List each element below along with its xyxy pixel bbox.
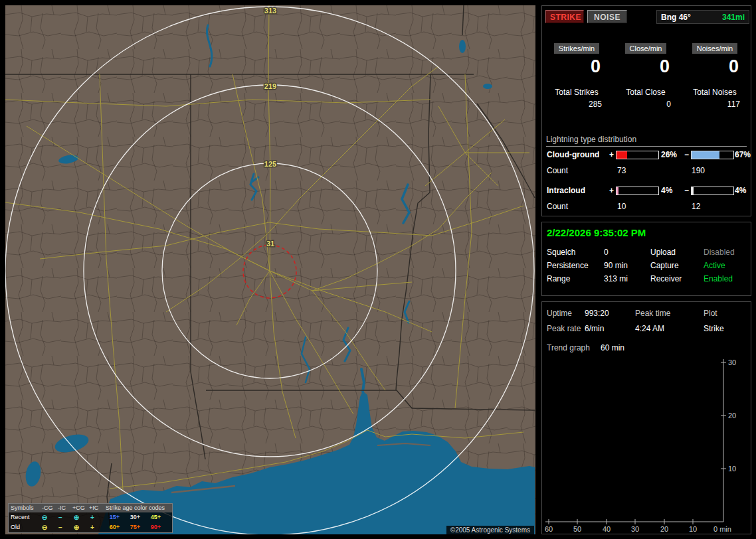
cg-negative-count: 190 — [692, 166, 705, 175]
total-noises-label: Total Noises — [680, 88, 749, 97]
neg-cg-old-icon: ⊖ — [39, 522, 50, 532]
plus-sign: + — [609, 186, 614, 195]
legend-row-recent: Recent ⊖ − ⊕ + 15+ 30+ 45+ — [9, 512, 172, 522]
capture-label: Capture — [650, 261, 679, 270]
strikes-per-min-value: 0 — [542, 56, 611, 77]
cg-positive-bar — [616, 151, 659, 159]
distribution-title: Lightning type distribution — [546, 135, 747, 147]
bearing-distance: 341mi — [722, 13, 745, 22]
stats-row-1: Uptime 993:20 Peak time Plot — [542, 309, 751, 319]
stats-row-2: Peak rate 6/min 4:24 AM Strike — [542, 324, 751, 335]
intracloud-row: Intracloud + 4% − 4% — [542, 186, 751, 195]
legend-old-label: Old — [11, 522, 20, 532]
ic-positive-pct: 4% — [661, 186, 672, 195]
peak-rate-value: 6/min — [585, 324, 604, 333]
trend-graph-window: 60 min — [601, 343, 624, 352]
cg-positive-pct: 26% — [661, 150, 677, 159]
ic-positive-bar — [616, 187, 659, 195]
status-row-persistence: Persistence 90 min Capture Active — [542, 261, 751, 271]
age-60: 60+ — [106, 522, 124, 532]
total-strikes-label: Total Strikes — [542, 88, 611, 97]
pos-cg-recent-icon: ⊕ — [70, 512, 82, 522]
pos-cg-old-icon: ⊕ — [70, 522, 82, 532]
minus-sign: − — [684, 186, 689, 195]
persistence-label: Persistence — [547, 261, 589, 270]
ic-negative-count: 12 — [692, 202, 700, 211]
map-legend: Symbols -CG -IC +CG +IC Strike age color… — [8, 503, 173, 533]
cloud-ground-label: Cloud-ground — [547, 150, 599, 159]
noises-per-min-label-wrap: Noises/min — [680, 43, 749, 54]
x-tick-10: 10 — [685, 525, 701, 533]
x-tick-40: 40 — [599, 525, 614, 533]
range-label: Range — [547, 274, 570, 283]
receiver-value: Enabled — [704, 274, 733, 283]
age-75: 75+ — [126, 522, 144, 532]
trend-graph-label: Trend graph — [547, 343, 590, 352]
map-canvas: 313 219 125 31 — [5, 5, 535, 534]
plot-value: Strike — [704, 324, 724, 333]
bearing-display: Bng 46° 341mi — [656, 10, 749, 24]
cg-negative-pct: 67% — [735, 150, 751, 159]
peak-time-label: Peak time — [635, 309, 670, 318]
legend-age-header: Strike age color codes — [106, 504, 165, 512]
trend-axes — [545, 359, 723, 522]
squelch-value: 0 — [604, 248, 609, 257]
counters-panel: STRIKE NOISE Bng 46° 341mi Strikes/min C… — [541, 5, 751, 216]
nexstorm-window: { "map": { "ring_labels": ["313", "219",… — [0, 0, 756, 539]
close-per-min-value: 0 — [611, 56, 680, 77]
pos-ic-old-icon: + — [86, 522, 98, 532]
ring-label-313: 313 — [264, 7, 276, 15]
ring-label-125: 125 — [264, 160, 276, 168]
total-strikes-value: 285 — [542, 100, 611, 109]
capture-value: Active — [704, 261, 725, 270]
lightning-map[interactable]: 313 219 125 31 Symbols -CG -IC +CG +IC S… — [5, 5, 535, 534]
cg-positive-count: 73 — [617, 166, 626, 175]
peak-time-value: 4:24 AM — [635, 324, 664, 333]
strikes-per-min-label: Strikes/min — [554, 43, 599, 54]
intracloud-count-row: Count 10 12 — [542, 202, 751, 211]
age-45: 45+ — [147, 512, 165, 522]
bearing-label: Bng 46° — [661, 13, 691, 22]
close-per-min-label-wrap: Close/min — [611, 43, 680, 54]
status-row-range: Range 313 mi Receiver Enabled — [542, 274, 751, 285]
pos-ic-recent-icon: + — [86, 512, 98, 522]
squelch-label: Squelch — [547, 248, 575, 257]
persistence-value: 90 min — [604, 261, 628, 270]
total-close-label: Total Close — [611, 88, 680, 97]
y-tick-10: 10 — [728, 465, 736, 473]
trend-graph-row: Trend graph 60 min — [542, 343, 751, 354]
range-value: 313 mi — [604, 274, 628, 283]
noise-button[interactable]: NOISE — [587, 10, 627, 23]
y-tick-30: 30 — [728, 358, 736, 366]
x-tick-60: 60 — [541, 525, 557, 533]
ic-negative-bar — [691, 187, 734, 195]
x-tick-30: 30 — [627, 525, 643, 533]
noises-per-min-value: 0 — [680, 56, 749, 77]
uptime-label: Uptime — [547, 309, 572, 318]
x-tick-50: 50 — [569, 525, 585, 533]
ring-label-219: 219 — [264, 82, 276, 90]
upload-value: Disabled — [704, 248, 735, 257]
legend-col-pos-cg: +CG — [72, 504, 85, 512]
count-label: Count — [547, 202, 568, 211]
cg-negative-bar — [691, 151, 734, 159]
legend-recent-label: Recent — [11, 512, 30, 522]
receiver-label: Receiver — [650, 274, 682, 283]
strike-button[interactable]: STRIKE — [545, 10, 584, 23]
neg-ic-recent-icon: − — [54, 512, 66, 522]
legend-col-pos-ic: +IC — [89, 504, 98, 512]
noises-per-min-label: Noises/min — [692, 43, 737, 54]
age-30: 30+ — [126, 512, 144, 522]
cloud-ground-row: Cloud-ground + 26% − 67% — [542, 150, 751, 159]
intracloud-label: Intracloud — [547, 186, 585, 195]
x-tick-0-min: 0 min — [713, 525, 731, 533]
ic-negative-pct: 4% — [735, 186, 746, 195]
total-close-value: 0 — [611, 100, 680, 109]
neg-ic-old-icon: − — [54, 522, 66, 532]
count-label: Count — [547, 166, 568, 175]
plot-label: Plot — [704, 309, 717, 318]
cloud-ground-count-row: Count 73 190 — [542, 166, 751, 175]
x-tick-20: 20 — [656, 525, 672, 533]
strikes-per-min-label-wrap: Strikes/min — [542, 43, 611, 54]
copyright-notice: ©2005 Astrogenic Systems — [446, 526, 534, 534]
